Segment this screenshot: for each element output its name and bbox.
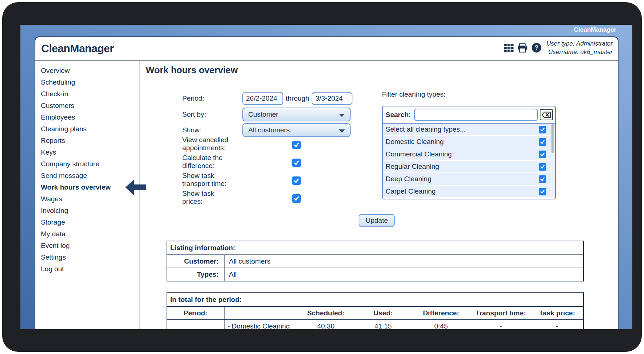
filter-heading: Filter cleaning types: [382,90,445,98]
totals-table: In total for the period: Period: Schedul… [167,292,584,329]
cleaning-types-list: Select all cleaning types... Domestic Cl… [383,124,555,198]
show-transport-time-label: Show task transport time: [182,172,233,188]
username-label: Username: uk6_master [546,48,613,56]
main-content: Work hours overview Period: through Sort… [140,61,618,329]
scheduled-col-header: Scheduled: [297,307,355,320]
sidebar-item-settings[interactable]: Settings [41,252,140,263]
sidebar-item-wages[interactable]: Wages [41,193,140,205]
deep-cleaning-checkbox[interactable] [539,175,546,183]
domestic-cleaning-checkbox[interactable] [539,138,546,146]
sort-by-label: Sort by: [182,110,242,118]
chevron-down-icon [339,114,345,117]
table-row: - Domestic Cleaning 40:30 41:15 0:45 - - [167,320,583,329]
sidebar-item-customers[interactable]: Customers [41,100,140,112]
list-item-carpet-cleaning[interactable]: Carpet Cleaning [383,186,555,198]
help-icon[interactable]: ? [532,43,541,52]
calculate-difference-checkbox[interactable] [292,159,301,167]
backspace-icon [542,112,551,118]
list-item-select-all[interactable]: Select all cleaning types... [383,124,555,136]
sidebar-item-event-log[interactable]: Event log [41,240,140,252]
price-col-header: Task price: [531,307,583,320]
user-type-label: User type: Administrator [546,39,613,48]
show-transport-time-checkbox[interactable] [292,176,301,185]
used-col-header: Used: [355,307,411,320]
period-col-header: Period: [167,307,224,320]
app-header: CleanManager ? User type: Administrator … [35,37,618,61]
sidebar-item-storage[interactable]: Storage [41,217,140,228]
list-item-domestic-cleaning[interactable]: Domestic Cleaning [383,136,555,148]
list-item-regular-cleaning[interactable]: Regular Cleaning [383,161,555,173]
list-item-deep-cleaning[interactable]: Deep Cleaning [383,173,555,186]
filter-scrollbar [551,124,555,198]
clear-search-button[interactable] [540,109,553,120]
list-item-commercial-cleaning[interactable]: Commercial Cleaning [383,148,555,161]
sidebar-item-keys[interactable]: Keys [41,147,140,158]
view-cancelled-label: View cancelled appointments: [182,136,233,152]
app-panel: CleanManager ? User type: Administrator … [35,36,618,329]
print-icon[interactable] [518,43,528,52]
row-scheduled: 40:30 [297,320,355,329]
app-logo: CleanManager [41,42,114,55]
listing-info-title: Listing information: [167,241,583,255]
scrollbar-thumb[interactable] [551,124,554,153]
row-transport: - [471,320,531,329]
show-select[interactable]: All customers [242,123,351,137]
task-col-header [224,307,297,320]
sidebar-item-work-hours-overview[interactable]: Work hours overview [41,182,140,193]
update-button[interactable]: Update [359,214,395,227]
show-task-prices-checkbox[interactable] [292,194,301,203]
grid-icon[interactable] [504,44,514,52]
period-label: Period: [182,94,242,102]
period-to-input[interactable] [312,92,352,105]
table-row: Types: All [167,268,583,281]
sidebar-item-reports[interactable]: Reports [41,135,140,147]
customer-row-value: All customers [224,255,583,268]
search-label: Search: [386,111,411,119]
sidebar-item-scheduling[interactable]: Scheduling [41,77,140,88]
row-used: 41:15 [355,320,411,329]
search-input[interactable] [414,109,538,121]
regular-cleaning-checkbox[interactable] [539,163,546,171]
select-all-checkbox[interactable] [539,126,546,133]
device-frame: CleanManager CleanManager ? User type: A… [2,2,642,352]
row-difference: 0:45 [411,320,471,329]
through-label: through [286,94,309,102]
listing-information-table: Listing information: Customer: All custo… [167,241,584,281]
row-task-name: - Domestic Cleaning [224,320,297,329]
calculate-difference-label: Calculate the difference: [182,154,233,170]
filter-cleaning-types-panel: Search: Select all cleaning types... Dom… [382,106,556,199]
commercial-cleaning-checkbox[interactable] [539,151,546,158]
sidebar-item-employees[interactable]: Employees [41,112,140,123]
row-period-cell [167,320,224,329]
transport-col-header: Transport time: [471,307,531,320]
carpet-cleaning-checkbox[interactable] [539,188,546,195]
sidebar-item-check-in[interactable]: Check-in [41,88,140,100]
window-brand-label: CleanManager [574,26,616,34]
sidebar-item-cleaning-plans[interactable]: Cleaning plans [41,123,140,135]
sidebar-item-send-message[interactable]: Send message [41,170,140,182]
show-task-prices-label: Show task prices: [182,190,233,206]
table-row: Customer: All customers [167,255,583,268]
sidebar-item-log-out[interactable]: Log out [41,263,140,275]
row-price: - [531,320,583,329]
sidebar-item-my-data[interactable]: My data [41,228,140,240]
types-row-label: Types: [167,268,224,281]
period-from-input[interactable] [242,92,283,105]
sort-by-select[interactable]: Customer [242,108,351,121]
types-row-value: All [224,268,583,281]
page-title: Work hours overview [146,65,238,75]
chevron-down-icon [339,129,345,133]
view-cancelled-checkbox[interactable] [292,141,301,149]
customer-row-label: Customer: [167,255,224,268]
table-header-row: Period: Scheduled: Used: Difference: Tra… [167,307,583,320]
sidebar-item-overview[interactable]: Overview [41,65,140,77]
totals-title: In total for the period: [167,293,583,307]
sidebar: Overview Scheduling Check-in Customers E… [35,61,140,329]
sidebar-item-invoicing[interactable]: Invoicing [41,205,140,217]
difference-col-header: Difference: [411,307,471,320]
sidebar-item-company-structure[interactable]: Company structure [41,158,140,170]
show-label: Show: [182,126,242,134]
